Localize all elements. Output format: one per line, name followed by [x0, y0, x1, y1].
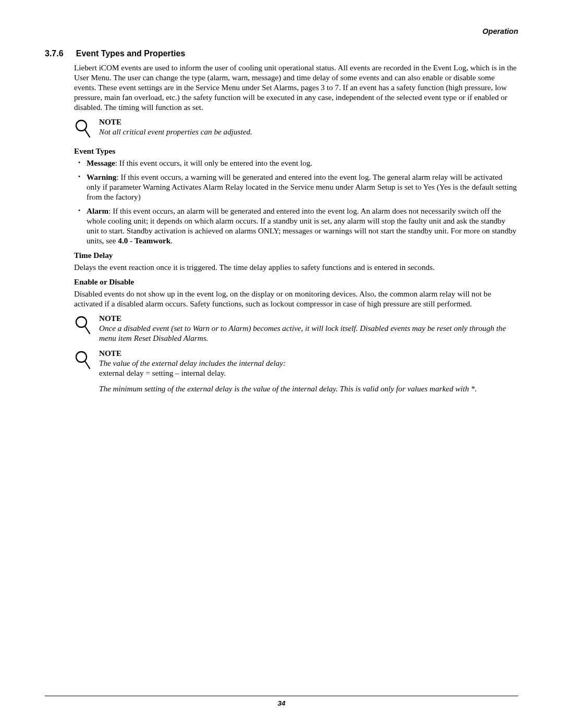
event-type-text-tail: .: [170, 236, 173, 245]
magnifier-icon: [74, 314, 99, 338]
note-text: The value of the external delay includes…: [99, 358, 518, 368]
svg-line-5: [85, 361, 90, 368]
note-content: NOTE The value of the external delay inc…: [99, 349, 518, 393]
svg-line-1: [85, 130, 90, 137]
event-types-heading: Event Types: [74, 146, 518, 156]
svg-line-3: [85, 326, 90, 334]
enable-disable-heading: Enable or Disable: [74, 277, 518, 287]
note-label: NOTE: [99, 117, 518, 127]
document-page: Operation 3.7.6 Event Types and Properti…: [0, 0, 563, 728]
note-text: The minimum setting of the external dela…: [99, 384, 518, 393]
magnifier-icon: [74, 349, 99, 373]
section-number: 3.7.6: [45, 49, 74, 58]
page-number: 34: [277, 699, 285, 707]
running-header: Operation: [45, 27, 518, 35]
event-type-name: Message: [87, 158, 115, 167]
section-heading: 3.7.6 Event Types and Properties: [45, 49, 518, 58]
note-label: NOTE: [99, 314, 518, 323]
note-block: NOTE The value of the external delay inc…: [74, 349, 518, 393]
time-delay-text: Delays the event reaction once it is tri…: [74, 262, 518, 272]
list-item: Message: If this event occurs, it will o…: [87, 158, 518, 168]
page-footer: 34: [45, 696, 518, 707]
note-block: NOTE Not all critical event properties c…: [74, 117, 518, 141]
cross-reference: 4.0 - Teamwork: [118, 236, 170, 245]
intro-paragraph: Liebert iCOM events are used to inform t…: [74, 63, 518, 112]
note-text: Not all critical event properties can be…: [99, 127, 518, 137]
section-body: Liebert iCOM events are used to inform t…: [74, 63, 518, 393]
list-item: Warning: If this event occurs, a warning…: [87, 172, 518, 202]
event-type-text: : If this event occurs, it will only be …: [115, 158, 312, 167]
event-type-text: : If this event occurs, a warning will b…: [87, 172, 517, 201]
event-type-name: Warning: [87, 172, 116, 181]
note-content: NOTE Not all critical event properties c…: [99, 117, 518, 137]
time-delay-heading: Time Delay: [74, 251, 518, 260]
section-title: Event Types and Properties: [76, 49, 186, 58]
note-content: NOTE Once a disabled event (set to Warn …: [99, 314, 518, 343]
event-types-list: Message: If this event occurs, it will o…: [74, 158, 518, 245]
event-type-name: Alarm: [87, 206, 108, 215]
note-label: NOTE: [99, 349, 518, 358]
list-item: Alarm: If this event occurs, an alarm wi…: [87, 206, 518, 245]
note-text: Once a disabled event (set to Warn or to…: [99, 323, 518, 343]
enable-disable-text: Disabled events do not show up in the ev…: [74, 289, 518, 309]
magnifier-icon: [74, 117, 99, 141]
note-block: NOTE Once a disabled event (set to Warn …: [74, 314, 518, 343]
note-text-plain: external delay = setting – internal dela…: [99, 368, 518, 378]
